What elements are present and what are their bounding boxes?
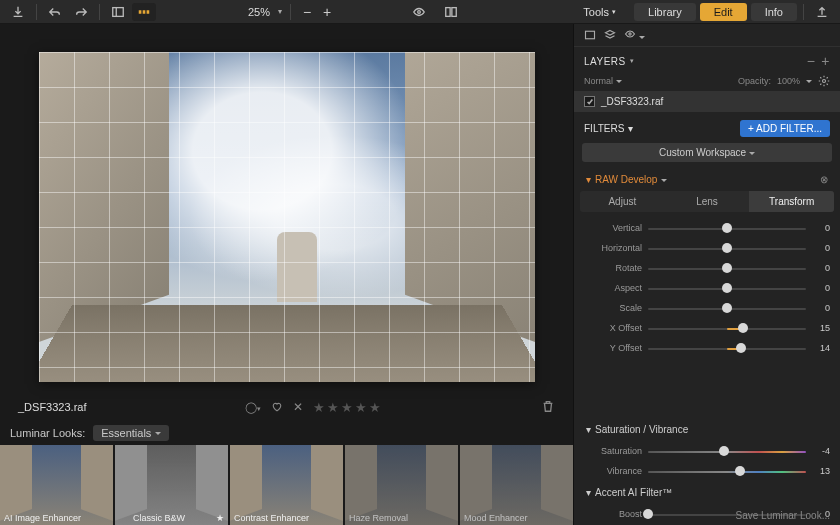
undo-icon[interactable] — [43, 3, 67, 21]
look-thumb[interactable]: AI Image Enhancer — [0, 445, 113, 525]
svg-point-9 — [823, 80, 826, 83]
slider-xoffset[interactable]: X Offset15 — [580, 318, 834, 338]
svg-rect-5 — [446, 7, 450, 16]
filmstrip-toggle-icon[interactable] — [132, 3, 156, 21]
layer-row[interactable]: _DSF3323.raf — [574, 91, 840, 112]
subtab-adjust[interactable]: Adjust — [580, 191, 665, 212]
gear-icon[interactable] — [818, 75, 830, 87]
zoom-in-button[interactable]: + — [319, 4, 335, 20]
compare-icon[interactable] — [439, 3, 463, 21]
sidebar-toggle-icon[interactable] — [106, 3, 130, 21]
slider-horizontal[interactable]: Horizontal0 — [580, 238, 834, 258]
zoom-out-button[interactable]: − — [299, 4, 315, 20]
import-icon[interactable] — [6, 3, 30, 21]
raw-develop-header[interactable]: ▾ RAW Develop ⊗ — [580, 168, 834, 191]
mode-tabs: Tools▾ Library Edit Info — [569, 3, 797, 21]
look-thumb[interactable]: Contrast Enhancer — [230, 445, 343, 525]
redo-icon[interactable] — [69, 3, 93, 21]
color-tag-icon[interactable]: ◯▾ — [245, 401, 261, 414]
tab-library[interactable]: Library — [634, 3, 696, 21]
svg-rect-0 — [113, 7, 124, 16]
layers-icon[interactable] — [604, 29, 616, 41]
reject-x-icon[interactable]: ✕ — [293, 400, 303, 414]
tab-edit[interactable]: Edit — [700, 3, 747, 21]
subtab-lens[interactable]: Lens — [665, 191, 750, 212]
remove-filter-icon[interactable]: ⊗ — [820, 174, 828, 185]
svg-rect-6 — [452, 7, 456, 16]
slider-vertical[interactable]: Vertical0 — [580, 218, 834, 238]
rating-stars[interactable]: ★★★★★ — [313, 400, 383, 415]
layer-visibility-checkbox[interactable] — [584, 96, 595, 107]
filters-title: FILTERS — [584, 123, 624, 134]
slider-aspect[interactable]: Aspect0 — [580, 278, 834, 298]
canvas-column: _DSF3323.raf ◯▾ ✕ ★★★★★ Luminar Looks: E… — [0, 24, 573, 525]
add-layer-icon[interactable]: + — [821, 53, 830, 69]
slider-rotate[interactable]: Rotate0 — [580, 258, 834, 278]
look-thumb[interactable]: ★Classic B&W — [115, 445, 228, 525]
looks-category[interactable]: Essentials — [93, 425, 169, 441]
subtab-transform[interactable]: Transform — [749, 191, 834, 212]
workspace-selector[interactable]: Custom Workspace — [582, 143, 832, 162]
tab-tools[interactable]: Tools▾ — [569, 3, 630, 21]
accent-header[interactable]: ▾ Accent AI Filter™ — [580, 481, 834, 504]
add-filter-button[interactable]: + Add Filter... — [740, 120, 830, 137]
look-thumb[interactable]: Mood Enhancer — [460, 445, 573, 525]
slider-yoffset[interactable]: Y Offset14 — [580, 338, 834, 358]
slider-saturation[interactable]: Saturation-4 — [580, 441, 834, 461]
zoom-control: 25% ▾ − + — [248, 4, 335, 20]
svg-rect-1 — [139, 10, 142, 14]
zoom-value[interactable]: 25% — [248, 6, 270, 18]
tab-tools-label: Tools — [583, 6, 609, 18]
preview-eye-icon[interactable] — [407, 3, 431, 21]
opacity-value[interactable]: 100% — [777, 76, 800, 86]
svg-rect-3 — [147, 10, 150, 14]
chevron-down-icon[interactable]: ▾ — [278, 7, 282, 16]
canvas-filename: _DSF3323.raf — [18, 401, 86, 413]
svg-rect-7 — [586, 31, 595, 39]
right-panel: LAYERS▾ −+ Normal Opacity: 100% _DSF3323… — [573, 24, 840, 525]
layer-name: _DSF3323.raf — [601, 96, 663, 107]
layers-header[interactable]: LAYERS▾ −+ — [574, 47, 840, 75]
looks-thumbnails: AI Image Enhancer ★Classic B&W Contrast … — [0, 445, 573, 525]
collapse-icon[interactable]: − — [807, 53, 816, 69]
tab-info[interactable]: Info — [751, 3, 797, 21]
opacity-label: Opacity: — [738, 76, 771, 86]
svg-point-8 — [629, 33, 631, 35]
slider-scale[interactable]: Scale0 — [580, 298, 834, 318]
blend-mode[interactable]: Normal — [584, 76, 622, 86]
trash-icon[interactable] — [541, 399, 555, 415]
looks-label: Luminar Looks: — [10, 427, 85, 439]
raw-subtabs: Adjust Lens Transform — [580, 191, 834, 212]
image-canvas[interactable] — [39, 52, 535, 382]
svg-rect-2 — [143, 10, 146, 14]
svg-point-4 — [418, 10, 421, 13]
slider-vibrance[interactable]: Vibrance13 — [580, 461, 834, 481]
satvib-header[interactable]: ▾ Saturation / Vibrance — [580, 418, 834, 441]
look-thumb[interactable]: Haze Removal — [345, 445, 458, 525]
histogram-icon[interactable] — [584, 29, 596, 41]
top-toolbar: 25% ▾ − + Tools▾ Library Edit Info — [0, 0, 840, 24]
save-look-button[interactable]: Save Luminar Look... — [736, 510, 831, 521]
favorite-heart-icon[interactable] — [271, 401, 283, 413]
export-icon[interactable] — [810, 3, 834, 21]
visibility-dropdown-icon[interactable] — [624, 28, 645, 42]
